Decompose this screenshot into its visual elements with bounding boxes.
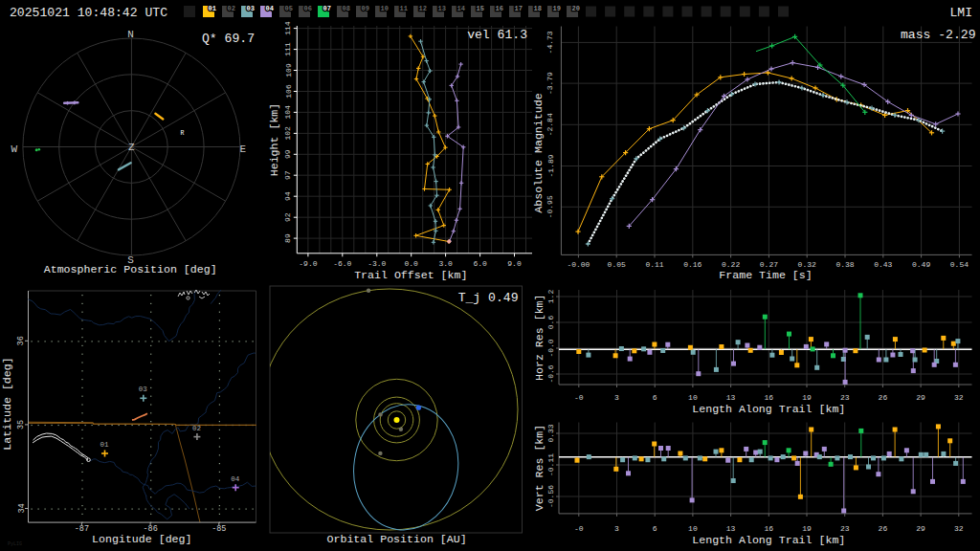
svg-text:0.43: 0.43 bbox=[874, 260, 892, 269]
svg-text:14: 14 bbox=[457, 5, 465, 12]
svg-text:01: 01 bbox=[100, 441, 109, 449]
svg-text:-0: -0 bbox=[574, 524, 584, 533]
svg-text:03: 03 bbox=[247, 5, 255, 12]
svg-text:20: 20 bbox=[572, 5, 580, 12]
svg-text:0.05: 0.05 bbox=[608, 260, 626, 269]
svg-text:6: 6 bbox=[653, 393, 657, 402]
svg-text:89: 89 bbox=[284, 233, 293, 243]
svg-text:PyLIG: PyLIG bbox=[8, 541, 22, 547]
svg-text:0.54: 0.54 bbox=[950, 260, 969, 269]
svg-text:Orbital Position [AU]: Orbital Position [AU] bbox=[327, 533, 467, 545]
svg-text:04: 04 bbox=[231, 475, 240, 483]
svg-text:-0.95: -0.95 bbox=[546, 195, 555, 218]
svg-text:02: 02 bbox=[228, 5, 235, 12]
svg-text:-4.73: -4.73 bbox=[546, 31, 555, 54]
svg-text:10: 10 bbox=[381, 5, 389, 12]
svg-text:16: 16 bbox=[764, 524, 773, 533]
svg-text:32: 32 bbox=[954, 393, 964, 402]
svg-text:106: 106 bbox=[284, 84, 293, 99]
svg-text:-0.11: -0.11 bbox=[546, 453, 555, 476]
svg-text:-6.0: -6.0 bbox=[333, 259, 351, 268]
svg-text:0.49: 0.49 bbox=[912, 260, 930, 269]
svg-text:-0.6: -0.6 bbox=[546, 364, 555, 383]
svg-text:vel 61.3: vel 61.3 bbox=[467, 28, 527, 42]
svg-text:N: N bbox=[127, 29, 134, 40]
svg-text:36: 36 bbox=[17, 336, 27, 345]
svg-text:09: 09 bbox=[362, 5, 369, 12]
svg-text:29: 29 bbox=[916, 524, 925, 533]
svg-text:02: 02 bbox=[192, 425, 201, 432]
svg-text:9.0: 9.0 bbox=[507, 259, 522, 268]
svg-text:LMI: LMI bbox=[949, 6, 972, 20]
svg-text:10: 10 bbox=[688, 524, 698, 533]
svg-text:-1.89: -1.89 bbox=[546, 154, 555, 177]
svg-text:-2.84: -2.84 bbox=[546, 113, 555, 136]
svg-text:0.32: 0.32 bbox=[798, 260, 816, 269]
svg-text:12: 12 bbox=[419, 5, 427, 12]
svg-text:0.33: 0.33 bbox=[546, 424, 555, 442]
svg-text:15: 15 bbox=[477, 5, 484, 12]
svg-text:R: R bbox=[181, 130, 185, 137]
svg-text:Height [km]: Height [km] bbox=[268, 103, 280, 177]
svg-text:13: 13 bbox=[726, 393, 736, 402]
svg-text:16: 16 bbox=[496, 5, 503, 12]
svg-text:6.0: 6.0 bbox=[473, 259, 487, 268]
svg-text:29: 29 bbox=[916, 393, 925, 402]
svg-text:Length Along Trail [km]: Length Along Trail [km] bbox=[692, 403, 845, 415]
svg-text:114: 114 bbox=[284, 21, 293, 35]
svg-text:0.6: 0.6 bbox=[546, 316, 555, 330]
svg-text:3: 3 bbox=[614, 524, 619, 533]
svg-text:Q* 69.7: Q* 69.7 bbox=[202, 32, 255, 46]
svg-text:Trail Offset [km]: Trail Offset [km] bbox=[354, 269, 467, 281]
svg-text:-0.00: -0.00 bbox=[567, 260, 590, 269]
svg-text:3.0: 3.0 bbox=[438, 259, 453, 268]
svg-text:13: 13 bbox=[438, 5, 446, 12]
svg-text:03: 03 bbox=[139, 386, 148, 393]
svg-text:111: 111 bbox=[284, 42, 293, 56]
svg-text:mass -2.29: mass -2.29 bbox=[901, 28, 976, 42]
svg-text:-0.0: -0.0 bbox=[546, 339, 555, 357]
svg-text:01: 01 bbox=[209, 5, 216, 12]
svg-text:13: 13 bbox=[726, 524, 736, 533]
svg-text:19: 19 bbox=[802, 393, 812, 402]
svg-text:104: 104 bbox=[284, 105, 293, 120]
svg-text:-87: -87 bbox=[75, 524, 89, 534]
svg-text:Longitude [deg]: Longitude [deg] bbox=[92, 533, 191, 545]
svg-text:26: 26 bbox=[879, 393, 888, 402]
svg-text:0.11: 0.11 bbox=[645, 260, 663, 269]
svg-text:Vert Res [km]: Vert Res [km] bbox=[533, 425, 546, 511]
svg-text:35: 35 bbox=[17, 420, 27, 430]
svg-text:20251021 10:48:42 UTC: 20251021 10:48:42 UTC bbox=[10, 6, 167, 20]
svg-text:-9.0: -9.0 bbox=[299, 259, 317, 268]
svg-text:Frame Time [s]: Frame Time [s] bbox=[719, 269, 812, 281]
svg-text:0.0: 0.0 bbox=[404, 259, 418, 268]
svg-text:06: 06 bbox=[304, 5, 312, 12]
svg-text:11: 11 bbox=[400, 5, 408, 12]
svg-text:3: 3 bbox=[614, 393, 619, 402]
svg-text:102: 102 bbox=[284, 126, 293, 141]
svg-text:Atmospheric Position [deg]: Atmospheric Position [deg] bbox=[44, 263, 217, 276]
svg-text:26: 26 bbox=[879, 524, 888, 533]
svg-text:97: 97 bbox=[284, 170, 293, 180]
svg-text:Horz Res [km]: Horz Res [km] bbox=[533, 294, 546, 380]
svg-text:18: 18 bbox=[534, 5, 542, 12]
svg-text:23: 23 bbox=[840, 393, 850, 402]
svg-text:E: E bbox=[239, 143, 246, 155]
svg-text:T_j 0.49: T_j 0.49 bbox=[458, 291, 519, 305]
svg-text:23: 23 bbox=[840, 524, 850, 533]
svg-text:0.22: 0.22 bbox=[722, 260, 740, 269]
svg-text:-0: -0 bbox=[574, 393, 584, 402]
svg-text:17: 17 bbox=[515, 5, 523, 12]
svg-text:10: 10 bbox=[688, 393, 698, 402]
svg-text:-85: -85 bbox=[212, 524, 226, 534]
svg-text:99: 99 bbox=[284, 149, 293, 159]
svg-text:0.27: 0.27 bbox=[760, 260, 778, 269]
svg-text:32: 32 bbox=[954, 524, 964, 533]
svg-text:05: 05 bbox=[285, 5, 293, 12]
svg-text:08: 08 bbox=[343, 5, 350, 12]
svg-text:19: 19 bbox=[553, 5, 561, 12]
svg-text:Latitude [deg]: Latitude [deg] bbox=[1, 357, 13, 450]
svg-text:W: W bbox=[11, 143, 17, 155]
svg-text:Length Along Trail [km]: Length Along Trail [km] bbox=[692, 534, 845, 546]
svg-text:-3.0: -3.0 bbox=[368, 259, 386, 268]
